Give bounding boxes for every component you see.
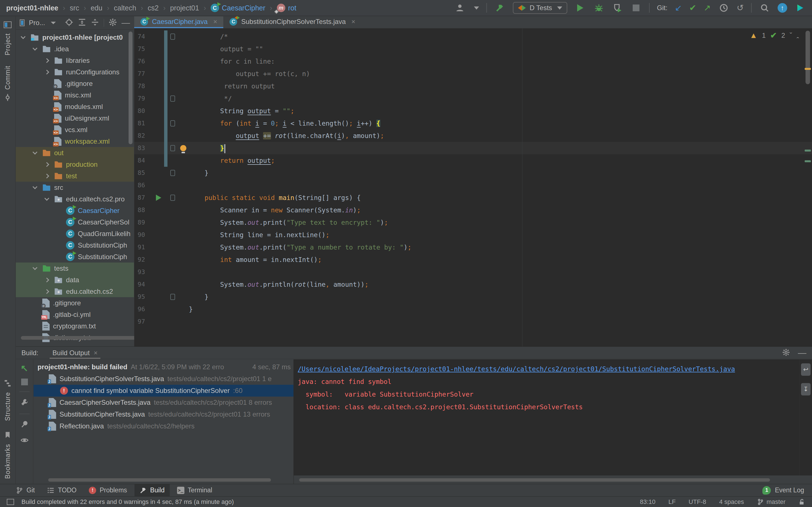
build-tree-row[interactable]: !cannot find symbol variable Substitutio… <box>34 385 294 397</box>
run-line-icon[interactable] <box>156 194 161 201</box>
editor-scrollbar[interactable] <box>806 31 810 84</box>
run-button[interactable] <box>574 2 586 13</box>
locate-file-icon[interactable] <box>65 18 73 27</box>
tree-item-runconfigurations[interactable]: runConfigurations <box>16 66 134 78</box>
sidebar-item-commit[interactable]: Commit <box>4 61 11 108</box>
build-tree-row[interactable]: JSubstitutionCipherTests.javatests/edu/c… <box>34 408 294 420</box>
breadcrumb-item[interactable]: edu <box>91 4 102 12</box>
project-view-selector[interactable]: Pro... <box>29 19 45 27</box>
tree-item-substitutionciph[interactable]: CSubstitutionCiph <box>16 239 134 251</box>
tool-window-switcher-icon[interactable] <box>7 499 14 505</box>
code-line-83[interactable]: 83 } <box>134 142 812 154</box>
editor-body[interactable]: 74 /*75 output = ""76 for c in line:77 o… <box>134 29 812 346</box>
toolwindow-button-git[interactable]: Git <box>11 484 40 496</box>
breadcrumb-item[interactable]: cs2 <box>148 4 159 12</box>
code-line-93[interactable]: 93 <box>134 266 812 278</box>
toolwindow-button-build[interactable]: Build <box>135 484 170 496</box>
tree-item--idea[interactable]: .idea <box>16 43 134 55</box>
gear-icon[interactable] <box>782 348 790 357</box>
next-issue-icon[interactable]: ˇ <box>797 31 799 40</box>
stripe-mark[interactable] <box>805 150 811 152</box>
tree-item-edu-caltech-cs2-pro[interactable]: edu.caltech.cs2.pro <box>16 193 134 205</box>
gear-icon[interactable] <box>109 18 117 27</box>
toolwindow-button-problems[interactable]: !Problems <box>84 484 132 496</box>
code-line-87[interactable]: 87 public static void main(String[] args… <box>134 191 812 204</box>
stripe-mark[interactable] <box>805 160 811 162</box>
fold-marker-icon[interactable] <box>170 194 175 201</box>
code-line-97[interactable]: 97 <box>134 316 812 328</box>
stop-build-icon[interactable] <box>21 379 28 385</box>
git-update-icon[interactable]: ↙ <box>675 4 682 12</box>
sidebar-item-bookmarks[interactable]: Bookmarks <box>4 426 11 484</box>
tree-item--gitignore[interactable]: ⊘.gitignore <box>16 78 134 89</box>
build-tree-row[interactable]: JSubstitutionCipherSolverTests.javatests… <box>34 373 294 385</box>
code-line-91[interactable]: 91 System.out.print("Type a number to ro… <box>134 241 812 253</box>
debug-button[interactable] <box>593 2 605 13</box>
tree-item-libraries[interactable]: libraries <box>16 55 134 66</box>
tree-item-production[interactable]: production <box>16 159 134 170</box>
unlock-icon[interactable] <box>799 499 805 505</box>
tree-item-caesarciphersol[interactable]: CCaesarCipherSol <box>16 216 134 228</box>
breadcrumb-item[interactable]: mrot <box>277 4 296 12</box>
pin-icon[interactable] <box>20 420 29 430</box>
run-configuration-select[interactable]: D Tests <box>513 2 567 14</box>
rerun-build-icon[interactable]: ↖ <box>20 364 28 372</box>
scroll-to-end-icon[interactable]: ↧ <box>801 383 811 395</box>
code-line-96[interactable]: 96} <box>134 303 812 316</box>
tree-item-uidesigner-xml[interactable]: <>uiDesigner.xml <box>16 112 134 124</box>
sidebar-item-structure[interactable]: Structure <box>4 374 11 426</box>
tree-item-cryptogram-txt[interactable]: cryptogram.txt <box>16 320 134 332</box>
close-icon[interactable]: × <box>213 18 217 25</box>
soft-wrap-icon[interactable]: ↩ <box>801 363 811 376</box>
tree-chevron-icon[interactable] <box>45 277 49 282</box>
build-tree-hscrollbar[interactable] <box>48 478 271 482</box>
fold-marker-icon[interactable] <box>170 96 175 102</box>
ide-update-icon[interactable]: ↑ <box>777 3 787 13</box>
tree-item-data[interactable]: data <box>16 274 134 286</box>
fold-marker-icon[interactable] <box>170 120 175 126</box>
tree-item-modules-xml[interactable]: <>modules.xml <box>16 101 134 112</box>
tree-item-edu-caltech-cs2[interactable]: edu.caltech.cs2 <box>16 286 134 297</box>
close-icon[interactable]: × <box>351 18 355 25</box>
sidebar-item-project[interactable]: Project <box>4 16 11 61</box>
line-separator[interactable]: LF <box>668 498 676 506</box>
tree-item-workspace-xml[interactable]: <>workspace.xml <box>16 135 134 147</box>
intention-bulb-icon[interactable] <box>180 145 186 151</box>
tree-chevron-icon[interactable] <box>45 196 49 201</box>
editor-tab-substitutionciphersolvertests.java[interactable]: CSubstitutionCipherSolverTests.java× <box>223 16 361 28</box>
tree-item-vcs-xml[interactable]: <>vcs.xml <box>16 124 134 135</box>
eye-icon[interactable] <box>20 436 29 446</box>
toolwindow-button-todo[interactable]: TODO <box>42 484 82 496</box>
stop-button[interactable] <box>630 2 642 13</box>
tree-item--gitignore[interactable]: ⊘.gitignore <box>16 297 134 309</box>
code-line-80[interactable]: 80 String output = ""; <box>134 105 812 117</box>
code-line-89[interactable]: 89 System.out.print("Type text to encryp… <box>134 216 812 229</box>
code-line-94[interactable]: 94 System.out.println(rot(line, amount))… <box>134 278 812 291</box>
chevron-down-icon[interactable] <box>51 22 56 24</box>
tree-item-test[interactable]: test <box>16 170 134 182</box>
chevron-down-icon[interactable] <box>474 6 479 10</box>
code-with-me-icon[interactable] <box>795 2 806 13</box>
tab-build-output[interactable]: Build Output × <box>50 347 100 359</box>
code-line-90[interactable]: 90 String line = in.nextLine(); <box>134 229 812 241</box>
history-icon[interactable] <box>718 2 729 13</box>
breadcrumb-item[interactable]: project01 <box>170 4 199 12</box>
code-line-76[interactable]: 76 for c in line: <box>134 55 812 68</box>
file-encoding[interactable]: UTF-8 <box>689 498 706 506</box>
code-line-92[interactable]: 92 int amount = in.nextInt(); <box>134 253 812 266</box>
prev-issue-icon[interactable]: ˇ︎ <box>790 31 792 40</box>
tree-chevron-icon[interactable] <box>33 265 38 270</box>
breadcrumb-item[interactable]: CCaesarCipher <box>211 4 265 12</box>
tree-chevron-icon[interactable] <box>45 173 49 178</box>
code-line-82[interactable]: 82 output += rot(line.charAt(i), amount)… <box>134 129 812 142</box>
tree-item--gitlab-ci-yml[interactable]: YML.gitlab-ci.yml <box>16 309 134 320</box>
build-tree-row[interactable]: JCaesarCipherSolverTests.javatests/edu/c… <box>34 397 294 408</box>
collapse-all-icon[interactable] <box>91 18 99 27</box>
caret-position[interactable]: 83:10 <box>640 498 656 506</box>
tree-chevron-icon[interactable] <box>45 289 49 294</box>
tree-item-project01-nhlee-project0[interactable]: project01-nhlee [project0 <box>16 32 134 43</box>
code-line-84[interactable]: 84 return output; <box>134 154 812 167</box>
close-icon[interactable]: × <box>94 349 98 357</box>
status-message[interactable]: Build completed with 22 errors and 0 war… <box>21 498 234 506</box>
tree-chevron-icon[interactable] <box>45 58 49 63</box>
